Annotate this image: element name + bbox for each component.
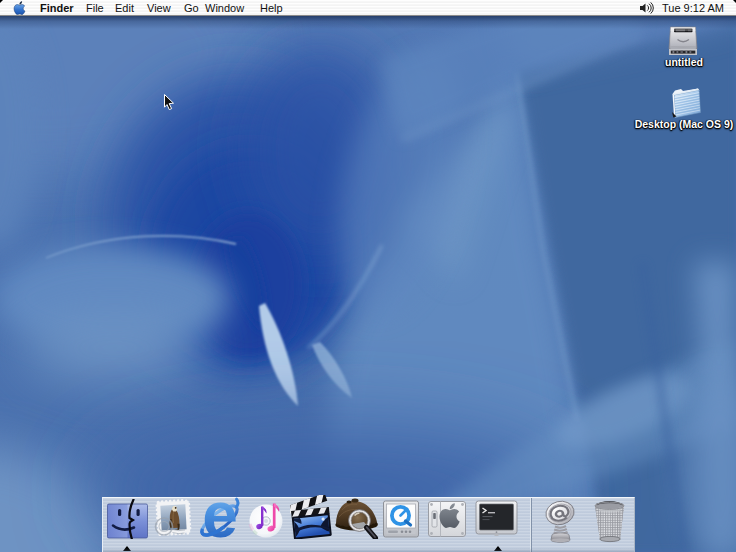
svg-text:e: e bbox=[202, 497, 238, 539]
